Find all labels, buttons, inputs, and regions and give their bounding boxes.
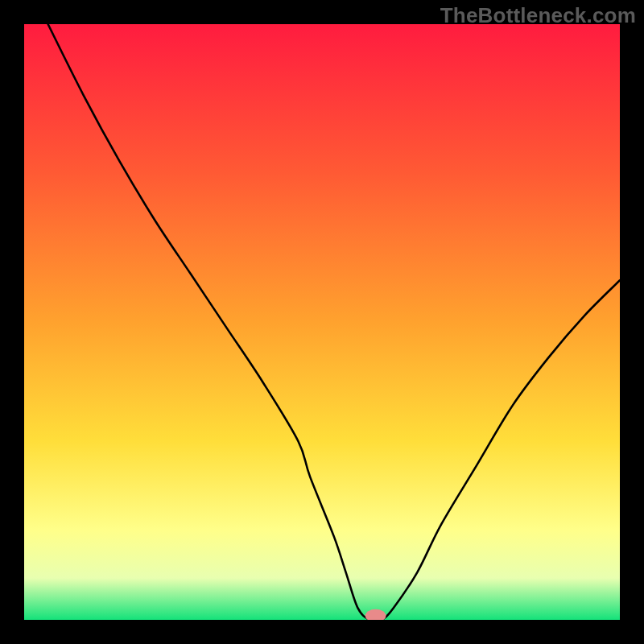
plot-background <box>24 24 620 620</box>
chart-frame: TheBottleneck.com <box>0 0 644 644</box>
bottleneck-plot <box>24 24 620 620</box>
